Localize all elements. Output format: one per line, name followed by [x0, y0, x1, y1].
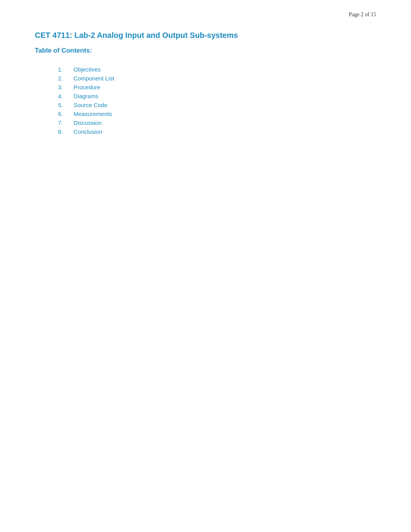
list-item: 5.Source Code: [58, 102, 376, 108]
toc-heading: Table of Contents:: [35, 47, 376, 55]
toc-item-link[interactable]: Conclusion: [74, 128, 102, 135]
list-item: 8.Conclusion: [58, 128, 376, 135]
toc-list: 1.Objectives2.Component List3.Procedure4…: [58, 66, 376, 135]
list-item: 2.Component List: [58, 75, 376, 82]
toc-item-number: 6.: [58, 111, 74, 117]
toc-item-link[interactable]: Component List: [74, 75, 114, 82]
toc-item-link[interactable]: Diagrams: [74, 93, 98, 99]
list-item: 3.Procedure: [58, 84, 376, 90]
list-item: 4.Diagrams: [58, 93, 376, 99]
toc-item-number: 4.: [58, 93, 74, 99]
toc-item-link[interactable]: Discussion: [74, 119, 102, 126]
list-item: 7.Discussion: [58, 119, 376, 126]
toc-item-number: 8.: [58, 128, 74, 135]
toc-item-number: 5.: [58, 102, 74, 108]
page-number: Page 2 of 15: [349, 12, 376, 18]
toc-item-link[interactable]: Measurements: [74, 111, 112, 117]
list-item: 6.Measurements: [58, 111, 376, 117]
toc-item-number: 7.: [58, 119, 74, 126]
toc-item-link[interactable]: Objectives: [74, 66, 101, 73]
toc-item-link[interactable]: Procedure: [74, 84, 100, 90]
list-item: 1.Objectives: [58, 66, 376, 73]
toc-item-number: 3.: [58, 84, 74, 90]
document-title: CET 4711: Lab-2 Analog Input and Output …: [35, 31, 376, 40]
page: Page 2 of 15 CET 4711: Lab-2 Analog Inpu…: [0, 0, 411, 532]
toc-item-link[interactable]: Source Code: [74, 102, 108, 108]
toc-item-number: 2.: [58, 75, 74, 82]
toc-item-number: 1.: [58, 66, 74, 73]
